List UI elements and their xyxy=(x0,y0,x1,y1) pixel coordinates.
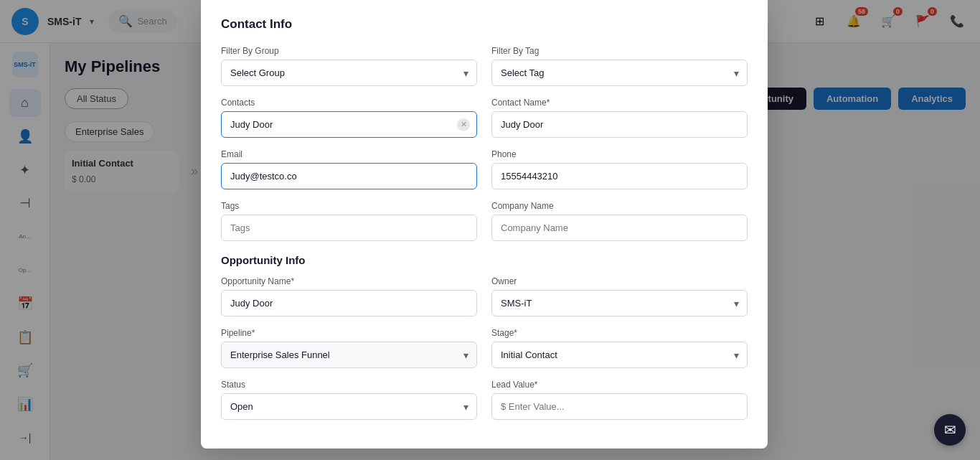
status-select[interactable]: Open xyxy=(221,393,477,420)
stage-label: Stage* xyxy=(491,328,748,338)
opportunity-section-title: Opportunity Info xyxy=(221,254,748,266)
tags-label: Tags xyxy=(221,201,477,211)
filter-group-group: Filter By Group Select Group xyxy=(221,46,477,86)
opp-name-input[interactable] xyxy=(221,290,477,316)
owner-label: Owner xyxy=(491,276,748,286)
opp-name-group: Opportunity Name* xyxy=(221,276,477,316)
lead-value-label: Lead Value* xyxy=(491,380,748,390)
select-group-wrapper: Select Group xyxy=(221,60,477,86)
phone-group: Phone xyxy=(491,149,748,189)
contacts-label: Contacts xyxy=(221,98,477,108)
phone-input[interactable] xyxy=(491,163,748,189)
email-input[interactable] xyxy=(221,163,477,189)
company-input[interactable] xyxy=(491,215,748,241)
email-group: Email xyxy=(221,149,477,189)
stage-select[interactable]: Initial Contact xyxy=(491,342,748,368)
filter-group-label: Filter By Group xyxy=(221,46,477,56)
email-label: Email xyxy=(221,149,477,159)
stage-select-wrapper: Initial Contact xyxy=(491,342,748,368)
pipeline-group: Pipeline* Enterprise Sales Funnel xyxy=(221,328,477,368)
owner-select[interactable]: SMS-iT xyxy=(491,290,748,316)
chat-icon: ✉ xyxy=(944,421,956,438)
select-tag-dropdown[interactable]: Select Tag xyxy=(491,60,748,86)
contact-name-label: Contact Name* xyxy=(491,98,748,108)
contact-clear-btn[interactable]: ✕ xyxy=(457,118,470,131)
opp-name-label: Opportunity Name* xyxy=(221,276,477,286)
opp-name-owner-row: Opportunity Name* Owner SMS-iT xyxy=(221,276,748,316)
filter-tag-label: Filter By Tag xyxy=(491,46,748,56)
email-phone-row: Email Phone xyxy=(221,149,748,189)
tags-company-row: Tags Company Name xyxy=(221,201,748,241)
select-group-dropdown[interactable]: Select Group xyxy=(221,60,477,86)
company-group: Company Name xyxy=(491,201,748,241)
contact-name-input[interactable] xyxy=(491,111,748,138)
company-label: Company Name xyxy=(491,201,748,211)
stage-group: Stage* Initial Contact xyxy=(491,328,748,368)
contacts-row: Contacts ✕ Contact Name* xyxy=(221,98,748,138)
status-lead-row: Status Open Lead Value* xyxy=(221,380,748,420)
pipeline-select[interactable]: Enterprise Sales Funnel xyxy=(221,342,477,368)
contacts-input[interactable] xyxy=(221,111,477,138)
status-label: Status xyxy=(221,380,477,390)
status-select-wrapper: Open xyxy=(221,393,477,420)
pipeline-stage-row: Pipeline* Enterprise Sales Funnel Stage*… xyxy=(221,328,748,368)
chat-button[interactable]: ✉ xyxy=(934,414,966,446)
pipeline-label: Pipeline* xyxy=(221,328,477,338)
contacts-group: Contacts ✕ xyxy=(221,98,477,138)
status-group: Status Open xyxy=(221,380,477,420)
tags-group: Tags xyxy=(221,201,477,241)
modal-title: Contact Info xyxy=(221,17,748,32)
lead-value-group: Lead Value* xyxy=(491,380,748,420)
contact-name-group: Contact Name* xyxy=(491,98,748,138)
lead-value-input[interactable] xyxy=(491,393,748,420)
owner-select-wrapper: SMS-iT xyxy=(491,290,748,316)
filter-row: Filter By Group Select Group Filter By T… xyxy=(221,46,748,86)
phone-label: Phone xyxy=(491,149,748,159)
tags-input[interactable] xyxy=(221,215,477,241)
modal-contact-info: Contact Info Filter By Group Select Grou… xyxy=(201,0,768,449)
owner-group: Owner SMS-iT xyxy=(491,276,748,316)
contact-input-wrapper: ✕ xyxy=(221,111,477,138)
pipeline-select-wrapper: Enterprise Sales Funnel xyxy=(221,342,477,368)
filter-tag-group: Filter By Tag Select Tag xyxy=(491,46,748,86)
select-tag-wrapper: Select Tag xyxy=(491,60,748,86)
